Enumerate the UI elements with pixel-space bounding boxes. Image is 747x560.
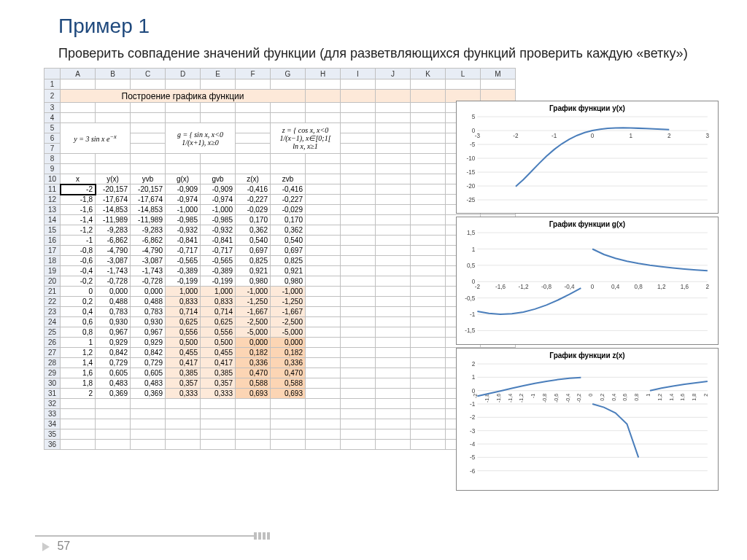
cell[interactable]: [341, 317, 376, 327]
col-header-L[interactable]: L: [446, 69, 481, 79]
cell[interactable]: [411, 154, 446, 164]
data-cell[interactable]: -20,157: [131, 184, 166, 195]
cell[interactable]: [411, 113, 446, 123]
cell[interactable]: [411, 297, 446, 307]
cell[interactable]: [376, 348, 411, 358]
data-cell[interactable]: -11,989: [131, 215, 166, 225]
cell[interactable]: [341, 266, 376, 276]
data-cell[interactable]: 1,8: [61, 378, 96, 389]
cell[interactable]: [61, 164, 96, 174]
cell[interactable]: [411, 79, 446, 90]
cell[interactable]: [411, 205, 446, 215]
row-header-34[interactable]: 34: [44, 419, 61, 429]
cell[interactable]: [376, 195, 411, 205]
row-header-12[interactable]: 12: [44, 195, 61, 205]
data-cell[interactable]: -1,743: [131, 266, 166, 276]
data-cell[interactable]: -6,862: [96, 236, 131, 246]
table-title[interactable]: Построение графика функции: [61, 90, 306, 103]
cell[interactable]: [306, 399, 341, 409]
cell[interactable]: [411, 174, 446, 184]
cell[interactable]: [376, 113, 411, 123]
cell[interactable]: [96, 154, 131, 164]
row-header-5[interactable]: 5: [44, 123, 61, 133]
cell[interactable]: [271, 440, 306, 450]
cell[interactable]: [376, 205, 411, 215]
data-cell[interactable]: -14,853: [96, 205, 131, 215]
data-cell[interactable]: 0,605: [131, 368, 166, 378]
data-cell[interactable]: -0,985: [201, 215, 236, 225]
cell[interactable]: [306, 409, 341, 419]
cell[interactable]: [236, 113, 271, 123]
row-header-27[interactable]: 27: [44, 348, 61, 358]
data-cell[interactable]: -1,667: [236, 307, 271, 317]
data-cell[interactable]: 0,369: [131, 389, 166, 399]
col-header-K[interactable]: K: [411, 69, 446, 79]
data-cell[interactable]: 0,357: [166, 378, 201, 389]
cell[interactable]: [306, 195, 341, 205]
data-cell[interactable]: -0,909: [201, 184, 236, 195]
cell[interactable]: [376, 123, 411, 133]
cell[interactable]: [411, 164, 446, 174]
cell[interactable]: [166, 79, 201, 90]
cell[interactable]: [376, 317, 411, 327]
row-header-6[interactable]: 6: [44, 133, 61, 144]
data-cell[interactable]: -0,2: [61, 276, 96, 287]
data-cell[interactable]: 0,6: [61, 317, 96, 327]
data-cell[interactable]: -1: [61, 236, 96, 246]
cell[interactable]: [411, 307, 446, 317]
data-cell[interactable]: -0,227: [236, 195, 271, 205]
cell[interactable]: [236, 429, 271, 440]
cell[interactable]: [341, 79, 376, 90]
data-cell[interactable]: -0,389: [201, 266, 236, 276]
data-cell[interactable]: -1,000: [271, 287, 306, 297]
cell[interactable]: [271, 164, 306, 174]
cell[interactable]: [481, 79, 516, 90]
cell[interactable]: [96, 419, 131, 429]
data-cell[interactable]: 1,6: [61, 368, 96, 378]
cell[interactable]: [411, 409, 446, 419]
col-header-J[interactable]: J: [376, 69, 411, 79]
cell[interactable]: [376, 154, 411, 164]
data-header[interactable]: zvb: [271, 174, 306, 184]
cell[interactable]: [166, 429, 201, 440]
data-header[interactable]: x: [61, 174, 96, 184]
cell[interactable]: [131, 144, 166, 154]
data-cell[interactable]: 0,714: [201, 307, 236, 317]
data-cell[interactable]: -14,853: [131, 205, 166, 215]
cell[interactable]: [306, 174, 341, 184]
data-cell[interactable]: 0,842: [96, 348, 131, 358]
data-cell[interactable]: -11,989: [96, 215, 131, 225]
data-header[interactable]: g(x): [166, 174, 201, 184]
data-cell[interactable]: 1: [61, 338, 96, 348]
data-cell[interactable]: 0,333: [166, 389, 201, 399]
cell[interactable]: [96, 399, 131, 409]
cell[interactable]: [446, 79, 481, 90]
row-header-32[interactable]: 32: [44, 399, 61, 409]
cell[interactable]: [61, 103, 96, 113]
cell[interactable]: [131, 440, 166, 450]
data-cell[interactable]: -0,728: [131, 276, 166, 287]
data-cell[interactable]: -1,250: [271, 297, 306, 307]
col-header-H[interactable]: H: [306, 69, 341, 79]
data-cell[interactable]: 0,967: [131, 327, 166, 338]
cell[interactable]: [376, 378, 411, 389]
data-cell[interactable]: -9,283: [96, 225, 131, 236]
cell[interactable]: [376, 133, 411, 144]
cell[interactable]: [376, 90, 411, 103]
cell[interactable]: [341, 144, 376, 154]
data-cell[interactable]: -1,8: [61, 195, 96, 205]
cell[interactable]: [341, 348, 376, 358]
data-cell[interactable]: -0,199: [201, 276, 236, 287]
data-cell[interactable]: 0,488: [96, 297, 131, 307]
data-cell[interactable]: 0,697: [271, 246, 306, 256]
cell[interactable]: [411, 144, 446, 154]
cell[interactable]: [61, 113, 96, 123]
cell[interactable]: [201, 154, 236, 164]
cell[interactable]: [411, 348, 446, 358]
data-cell[interactable]: 0,483: [96, 378, 131, 389]
cell[interactable]: [306, 90, 341, 103]
data-cell[interactable]: 0,588: [271, 378, 306, 389]
cell[interactable]: [271, 419, 306, 429]
col-header-E[interactable]: E: [201, 69, 236, 79]
cell[interactable]: [61, 154, 96, 164]
